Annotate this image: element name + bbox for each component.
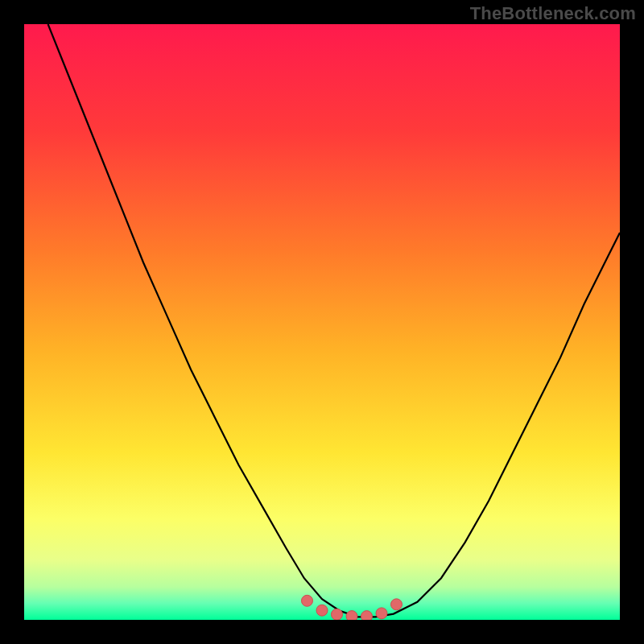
sweet-spot-marker [376, 608, 387, 619]
sweet-spot-marker [332, 609, 343, 620]
plot-area [24, 24, 620, 620]
bottleneck-chart [24, 24, 620, 620]
sweet-spot-marker [302, 595, 313, 606]
watermark-text: TheBottleneck.com [470, 3, 636, 24]
sweet-spot-marker [391, 599, 402, 610]
gradient-background [24, 24, 620, 620]
sweet-spot-marker [361, 611, 373, 620]
sweet-spot-marker [346, 611, 357, 620]
sweet-spot-marker [316, 605, 328, 616]
chart-frame: TheBottleneck.com [0, 0, 644, 644]
